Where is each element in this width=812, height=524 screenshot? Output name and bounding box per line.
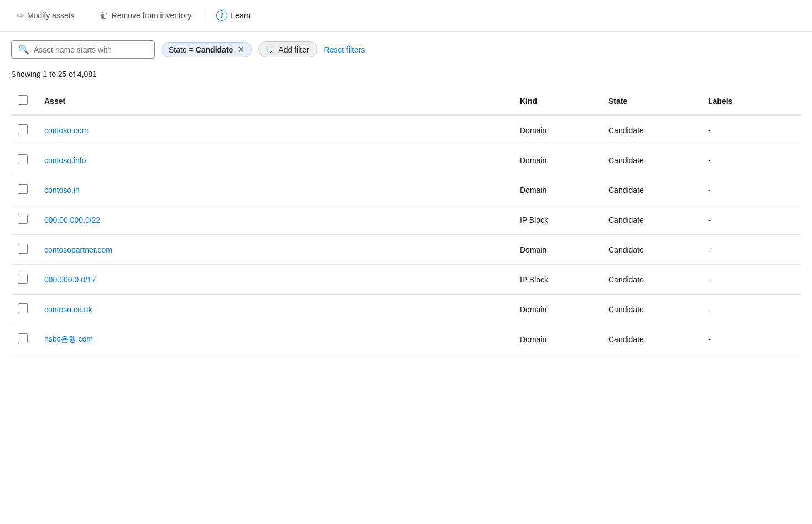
pencil-icon: ✏: [17, 11, 24, 21]
row-kind-cell: Domain: [513, 235, 602, 265]
table-container: Asset Kind State Labels contoso.com: [0, 87, 812, 354]
row-asset-cell: hsbc은행.com: [38, 324, 513, 354]
row-state-cell: Candidate: [602, 235, 701, 265]
row-kind-cell: IP Block: [513, 265, 602, 295]
table-row: contoso.co.uk Domain Candidate -: [11, 295, 801, 324]
asset-link[interactable]: contoso.co.uk: [44, 305, 92, 314]
row-checkbox-cell[interactable]: [11, 205, 38, 235]
row-state-cell: Candidate: [602, 205, 701, 235]
search-icon: 🔍: [18, 44, 29, 55]
row-kind-cell: Domain: [513, 175, 602, 205]
row-kind-cell: IP Block: [513, 205, 602, 235]
row-checkbox-4[interactable]: [18, 244, 28, 254]
remove-label: Remove from inventory: [112, 11, 192, 20]
row-state-cell: Candidate: [602, 295, 701, 324]
toolbar: ✏ Modify assets 🗑 Remove from inventory …: [0, 0, 812, 32]
table-row: 000.000.0.0/17 IP Block Candidate -: [11, 265, 801, 295]
row-kind-cell: Domain: [513, 145, 602, 175]
row-kind-cell: Domain: [513, 324, 602, 354]
search-input[interactable]: [34, 45, 144, 54]
row-checkbox-cell[interactable]: [11, 265, 38, 295]
row-labels-cell: -: [701, 145, 801, 175]
count-text: Showing 1 to 25 of 4,081: [0, 67, 812, 87]
table-row: contoso.com Domain Candidate -: [11, 115, 801, 145]
row-checkbox-cell[interactable]: [11, 235, 38, 265]
filter-icon: ⛉: [267, 45, 275, 54]
row-state-cell: Candidate: [602, 175, 701, 205]
learn-label: Learn: [231, 11, 251, 20]
header-labels[interactable]: Labels: [701, 87, 801, 115]
row-labels-cell: -: [701, 205, 801, 235]
toolbar-divider-1: [87, 9, 87, 22]
row-state-cell: Candidate: [602, 324, 701, 354]
reset-filters-label: Reset filters: [324, 45, 365, 54]
assets-table: Asset Kind State Labels contoso.com: [11, 87, 801, 354]
row-asset-cell: contoso.co.uk: [38, 295, 513, 324]
header-asset[interactable]: Asset: [38, 87, 513, 115]
asset-link[interactable]: contoso.in: [44, 186, 80, 195]
row-checkbox-0[interactable]: [18, 124, 28, 134]
count-label: Showing 1 to 25 of 4,081: [11, 70, 97, 78]
row-checkbox-6[interactable]: [18, 303, 28, 313]
modify-assets-button[interactable]: ✏ Modify assets: [11, 7, 80, 24]
asset-link[interactable]: 000.00.000.0/22: [44, 216, 100, 224]
filter-chip-value: Candidate: [196, 45, 233, 54]
table-header-row: Asset Kind State Labels: [11, 87, 801, 115]
trash-icon: 🗑: [100, 11, 108, 20]
row-state-cell: Candidate: [602, 115, 701, 145]
row-state-cell: Candidate: [602, 265, 701, 295]
row-checkbox-2[interactable]: [18, 184, 28, 194]
filter-chip-close-button[interactable]: ✕: [237, 45, 244, 54]
row-asset-cell: contoso.in: [38, 175, 513, 205]
row-asset-cell: 000.00.000.0/22: [38, 205, 513, 235]
state-filter-chip: State = Candidate ✕: [162, 42, 252, 57]
row-asset-cell: 000.000.0.0/17: [38, 265, 513, 295]
row-labels-cell: -: [701, 235, 801, 265]
row-checkbox-cell[interactable]: [11, 324, 38, 354]
row-labels-cell: -: [701, 324, 801, 354]
header-kind[interactable]: Kind: [513, 87, 602, 115]
remove-from-inventory-button[interactable]: 🗑 Remove from inventory: [94, 7, 197, 24]
header-checkbox-col: [11, 87, 38, 115]
row-asset-cell: contoso.info: [38, 145, 513, 175]
row-kind-cell: Domain: [513, 295, 602, 324]
learn-button[interactable]: i Learn: [211, 7, 256, 24]
reset-filters-button[interactable]: Reset filters: [324, 45, 365, 54]
row-labels-cell: -: [701, 295, 801, 324]
asset-link[interactable]: hsbc은행.com: [44, 334, 93, 343]
row-labels-cell: -: [701, 115, 801, 145]
row-state-cell: Candidate: [602, 145, 701, 175]
toolbar-divider-2: [204, 9, 204, 22]
search-box[interactable]: 🔍: [11, 40, 155, 59]
row-checkbox-cell[interactable]: [11, 295, 38, 324]
row-checkbox-cell[interactable]: [11, 175, 38, 205]
header-state[interactable]: State: [602, 87, 701, 115]
row-asset-cell: contosopartner.com: [38, 235, 513, 265]
add-filter-label: Add filter: [278, 45, 309, 54]
filter-chip-label: State = Candidate: [169, 45, 233, 54]
table-row: contosopartner.com Domain Candidate -: [11, 235, 801, 265]
row-asset-cell: contoso.com: [38, 115, 513, 145]
table-row: contoso.info Domain Candidate -: [11, 145, 801, 175]
add-filter-button[interactable]: ⛉ Add filter: [258, 41, 317, 57]
row-labels-cell: -: [701, 265, 801, 295]
row-checkbox-cell[interactable]: [11, 115, 38, 145]
asset-link[interactable]: contoso.com: [44, 126, 88, 135]
row-checkbox-3[interactable]: [18, 214, 28, 224]
row-checkbox-7[interactable]: [18, 333, 28, 343]
info-icon: i: [216, 10, 227, 21]
modify-assets-label: Modify assets: [27, 11, 75, 20]
row-checkbox-1[interactable]: [18, 154, 28, 164]
table-row: contoso.in Domain Candidate -: [11, 175, 801, 205]
select-all-checkbox[interactable]: [18, 95, 28, 105]
row-labels-cell: -: [701, 175, 801, 205]
row-checkbox-5[interactable]: [18, 274, 28, 284]
table-row: hsbc은행.com Domain Candidate -: [11, 324, 801, 354]
asset-link[interactable]: contosopartner.com: [44, 245, 112, 254]
asset-link[interactable]: 000.000.0.0/17: [44, 275, 96, 284]
table-row: 000.00.000.0/22 IP Block Candidate -: [11, 205, 801, 235]
row-kind-cell: Domain: [513, 115, 602, 145]
asset-link[interactable]: contoso.info: [44, 156, 86, 165]
filter-bar: 🔍 State = Candidate ✕ ⛉ Add filter Reset…: [0, 32, 812, 67]
row-checkbox-cell[interactable]: [11, 145, 38, 175]
